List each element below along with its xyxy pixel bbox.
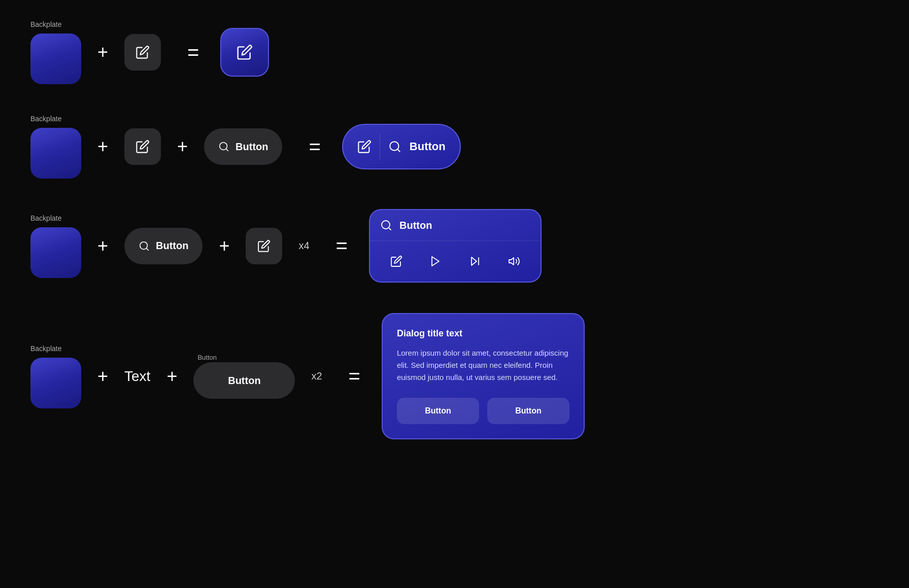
row3-search-icon	[139, 240, 150, 252]
row4-btn-label: Button	[228, 375, 260, 387]
row3-backplate	[30, 227, 81, 278]
row3-operator1: +	[97, 235, 108, 257]
row1-result-icon-btn[interactable]	[220, 28, 269, 77]
row3-card-top: Button	[370, 210, 541, 241]
dialog-btn2[interactable]: Button	[487, 398, 569, 424]
row-2: Backplate + + Button =	[30, 115, 879, 179]
row3-card-icon-volume[interactable]	[496, 248, 532, 274]
row3-card-icon-pencil[interactable]	[378, 248, 415, 274]
svg-marker-11	[509, 258, 514, 265]
row3-pill-label: Button	[156, 240, 188, 252]
pencil-icon	[136, 45, 150, 59]
result3-volume-icon	[508, 255, 520, 267]
row2-pencil-icon	[136, 140, 150, 154]
row3-multiplier: x4	[298, 240, 309, 252]
row1-operator1: +	[97, 42, 108, 63]
result3-forward-icon	[469, 255, 481, 267]
row4-backplate-label: Backplate	[30, 344, 61, 353]
row4-btn-above-label: Button	[197, 354, 217, 361]
row3-result: Button	[369, 209, 542, 283]
row3-result-card: Button	[369, 209, 542, 283]
row4-operator1: +	[97, 366, 108, 387]
row4-btn-wrapper: Button Button	[193, 354, 295, 399]
row2-backplate	[30, 128, 81, 179]
row2-equals: =	[309, 135, 320, 158]
row2-backplate-label: Backplate	[30, 115, 61, 123]
row3-pencil-btn[interactable]	[246, 228, 282, 264]
svg-marker-9	[472, 257, 477, 265]
row2-separator	[380, 134, 380, 159]
result3-pencil-icon	[390, 255, 402, 267]
result2-btn-label: Button	[410, 140, 446, 153]
svg-marker-8	[432, 257, 439, 266]
row3-card-icon-forward[interactable]	[457, 248, 493, 274]
row4-equals: =	[349, 365, 360, 388]
row1-pencil-btn[interactable]	[124, 34, 161, 71]
dialog-title: Dialog title text	[397, 328, 569, 339]
result2-search-icon	[388, 140, 401, 153]
row2-pill-label: Button	[235, 141, 268, 153]
row2-result: Button	[342, 124, 461, 169]
dialog-btn1[interactable]: Button	[397, 398, 479, 424]
row4-multiplier: x2	[311, 370, 322, 382]
row1-backplate-label: Backplate	[30, 20, 61, 28]
row1-result	[220, 28, 269, 77]
row3-equals: =	[336, 234, 348, 257]
dialog-btn1-label: Button	[425, 406, 451, 416]
svg-line-7	[389, 228, 391, 230]
row2-operator2: +	[177, 136, 188, 157]
row1-equals: =	[187, 41, 199, 64]
svg-line-5	[146, 248, 148, 250]
row2-operator1: +	[97, 136, 108, 157]
row2-search-icon	[218, 141, 229, 152]
dialog-btn2-label: Button	[515, 406, 542, 416]
row4-dark-btn[interactable]: Button	[193, 362, 295, 399]
svg-line-1	[226, 149, 228, 151]
row4-backplate-wrapper: Backplate	[30, 344, 81, 408]
row-3: Backplate + Button + x4 =	[30, 209, 879, 283]
row2-backplate-wrapper: Backplate	[30, 115, 81, 179]
row4-backplate	[30, 358, 81, 408]
row4-text-element: Text	[124, 368, 150, 385]
page-container: Backplate + = Backplate +	[0, 0, 909, 460]
row3-backplate-wrapper: Backplate	[30, 214, 81, 278]
row4-result: Dialog title text Lorem ipsum dolor sit …	[382, 313, 585, 439]
row2-pencil-btn[interactable]	[124, 128, 161, 165]
row2-result-pill[interactable]: Button	[342, 124, 461, 169]
row-4: Backplate + Text + Button Button x2 = Di…	[30, 313, 879, 439]
row1-backplate-wrapper: Backplate	[30, 20, 81, 84]
row4-dialog-card: Dialog title text Lorem ipsum dolor sit …	[382, 313, 585, 439]
row4-operator2: +	[166, 366, 177, 387]
row3-search-pill[interactable]: Button	[124, 228, 203, 264]
row3-operator2: +	[219, 235, 229, 257]
row2-search-pill[interactable]: Button	[204, 128, 282, 165]
result3-play-icon	[429, 255, 442, 267]
result1-pencil-icon	[237, 44, 253, 60]
svg-line-3	[397, 149, 400, 152]
result3-card-label: Button	[399, 220, 432, 231]
row-1: Backplate + =	[30, 20, 879, 84]
result3-search-icon	[380, 219, 392, 231]
dialog-body: Lorem ipsum dolor sit amet, consectetur …	[397, 347, 569, 384]
dialog-buttons: Button Button	[397, 398, 569, 424]
row1-backplate	[30, 33, 81, 84]
row3-pencil-icon	[257, 239, 271, 253]
row3-backplate-label: Backplate	[30, 214, 61, 222]
result2-pencil-icon	[357, 140, 372, 154]
row3-card-icon-play[interactable]	[417, 248, 454, 274]
row3-card-bottom	[370, 241, 541, 282]
